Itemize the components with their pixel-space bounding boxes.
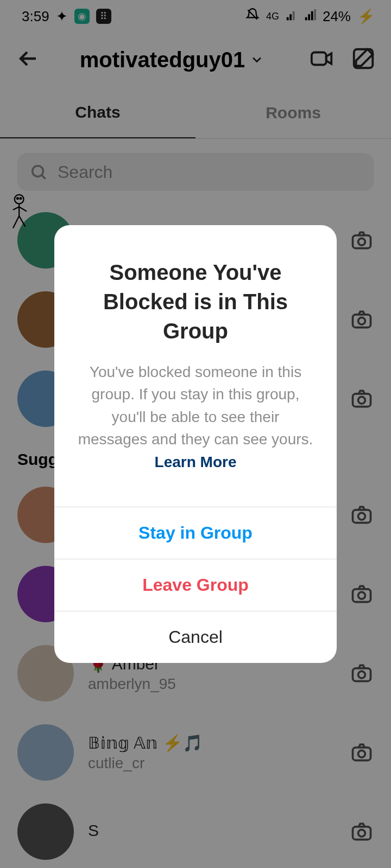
cancel-label: Cancel (168, 627, 223, 647)
stay-in-group-button[interactable]: Stay in Group (54, 507, 337, 559)
dialog-desc-text: You've blocked someone in this group. If… (78, 363, 313, 448)
leave-label: Leave Group (142, 575, 249, 595)
learn-more-link[interactable]: Learn More (155, 454, 237, 470)
dialog-description: You've blocked someone in this group. If… (77, 361, 314, 473)
cancel-button[interactable]: Cancel (54, 611, 337, 663)
blocked-user-dialog: Someone You've Blocked is in This Group … (54, 225, 337, 663)
stay-label: Stay in Group (138, 523, 253, 543)
leave-group-button[interactable]: Leave Group (54, 559, 337, 611)
dialog-title: Someone You've Blocked is in This Group (77, 258, 314, 346)
